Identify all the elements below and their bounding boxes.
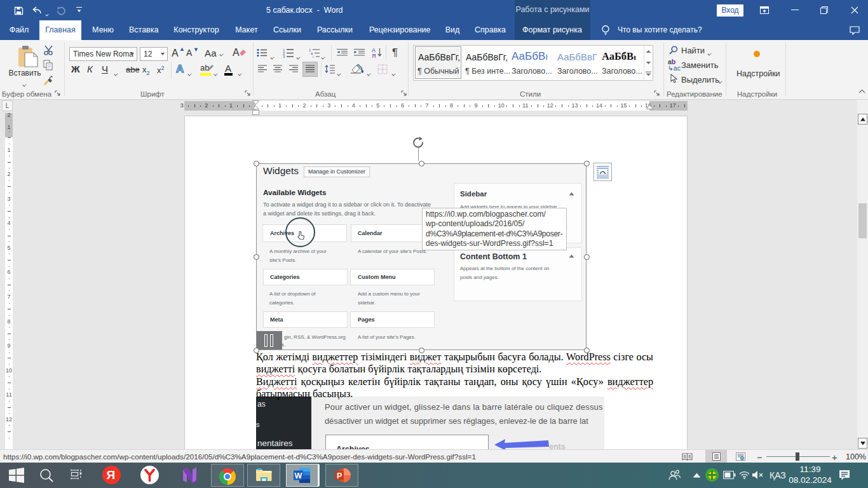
svg-text:P: P (337, 471, 342, 480)
svg-text:Я: Я (372, 53, 376, 58)
svg-text:3: 3 (283, 55, 285, 58)
svg-text:i: i (313, 55, 313, 58)
svg-text:W: W (295, 471, 302, 480)
